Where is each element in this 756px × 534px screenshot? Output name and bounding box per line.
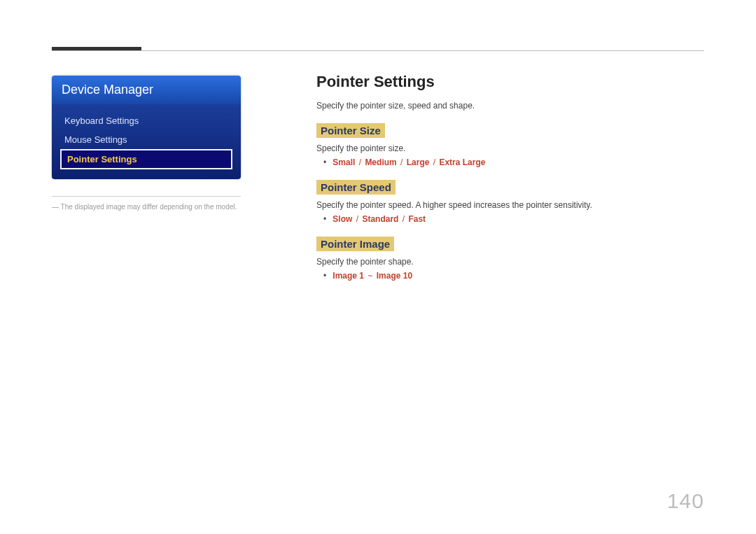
option: Image 10 — [377, 271, 412, 281]
main-content: Pointer Settings Specify the pointer siz… — [316, 73, 704, 293]
option: Standard — [362, 214, 398, 224]
options-pointer-image: • Image 1 ~ Image 10 — [323, 271, 704, 281]
page-number: 140 — [667, 489, 704, 513]
device-manager-panel: Device Manager Keyboard Settings Mouse S… — [52, 76, 241, 179]
heading-pointer-size: Pointer Size — [316, 123, 385, 138]
desc-pointer-image: Specify the pointer shape. — [316, 257, 704, 267]
panel-body: Keyboard Settings Mouse Settings Pointer… — [52, 104, 241, 179]
footnote: ― The displayed image may differ dependi… — [52, 202, 241, 212]
option-separator: / — [355, 157, 365, 167]
options-pointer-speed: • Slow / Standard / Fast — [323, 214, 704, 224]
sidebar-item-keyboard-settings[interactable]: Keyboard Settings — [60, 111, 232, 130]
bullet-icon: • — [323, 214, 330, 224]
option: Slow — [332, 214, 352, 224]
sidebar-item-mouse-settings[interactable]: Mouse Settings — [60, 130, 232, 149]
panel-title: Device Manager — [52, 76, 241, 104]
options-pointer-size: • Small / Medium / Large / Extra Large — [323, 157, 704, 167]
bullet-icon: • — [323, 157, 330, 167]
option: Extra Large — [439, 157, 485, 167]
option-separator: ~ — [364, 271, 377, 281]
footnote-text: The displayed image may differ depending… — [61, 203, 237, 211]
option-separator: / — [352, 214, 362, 224]
footnote-prefix: ― — [52, 203, 59, 211]
desc-pointer-speed: Specify the pointer speed. A higher spee… — [316, 200, 704, 210]
left-column: Device Manager Keyboard Settings Mouse S… — [52, 76, 241, 212]
left-divider — [52, 196, 241, 197]
header-tab-indicator — [52, 47, 141, 50]
section-pointer-image: Pointer Image Specify the pointer shape.… — [316, 237, 704, 281]
page-title: Pointer Settings — [316, 73, 704, 91]
heading-pointer-image: Pointer Image — [316, 237, 394, 251]
header-rule — [52, 50, 704, 51]
option-separator: / — [398, 214, 408, 224]
page-intro: Specify the pointer size, speed and shap… — [316, 101, 704, 111]
desc-pointer-size: Specify the pointer size. — [316, 143, 704, 153]
option: Medium — [365, 157, 396, 167]
section-pointer-speed: Pointer Speed Specify the pointer speed.… — [316, 180, 704, 224]
option: Large — [407, 157, 430, 167]
bullet-icon: • — [323, 271, 330, 281]
heading-pointer-speed: Pointer Speed — [316, 180, 396, 195]
option-separator: / — [397, 157, 407, 167]
sidebar-item-pointer-settings[interactable]: Pointer Settings — [60, 149, 232, 169]
option: Image 1 — [332, 271, 364, 281]
option: Small — [332, 157, 355, 167]
option: Fast — [408, 214, 426, 224]
section-pointer-size: Pointer Size Specify the pointer size. •… — [316, 123, 704, 167]
option-separator: / — [429, 157, 439, 167]
